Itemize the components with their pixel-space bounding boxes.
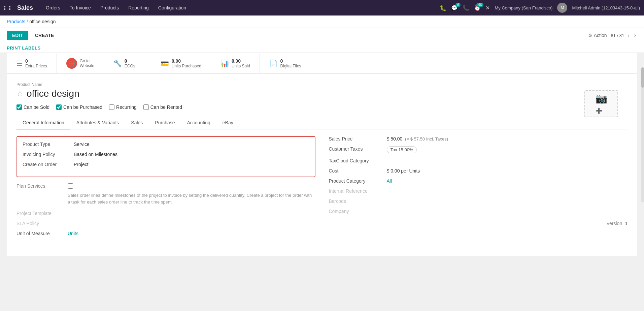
- company-row: Company: [329, 209, 628, 214]
- version-label: Version: [607, 221, 622, 226]
- sales-price-label: Sales Price: [329, 136, 383, 142]
- version-row: Version 1: [329, 221, 628, 226]
- tab-accounting[interactable]: Accounting: [181, 117, 216, 129]
- smart-btn-extra-prices[interactable]: ☰ 0 Extra Prices: [7, 54, 57, 73]
- menu-to-invoice[interactable]: To Invoice: [65, 0, 96, 15]
- plan-services-checkbox[interactable]: [68, 183, 73, 189]
- create-on-order-row: Create on Order Project: [23, 162, 309, 167]
- edit-button[interactable]: EDIT: [7, 31, 28, 40]
- product-category-value[interactable]: All: [387, 178, 392, 184]
- plan-services-label: Plan Services: [16, 183, 64, 189]
- product-name-row: ☆ office design: [16, 88, 628, 99]
- action-bar: EDIT CREATE ⚙ Action 81 / 81 ‹ ›: [0, 28, 644, 43]
- recurring-label: Recurring: [116, 104, 137, 110]
- project-template-row: Project Template: [16, 211, 315, 216]
- topnav-right-area: 🐛 💬 6 📞 ⏰ 46 ✕ My Company (San Francisco…: [440, 3, 640, 13]
- extra-prices-label: Extra Prices: [25, 64, 47, 68]
- phone-icon[interactable]: 📞: [463, 5, 469, 11]
- smart-btn-units-sold[interactable]: 📊 0.00 Units Sold: [211, 54, 260, 73]
- camera-icon: 📷 ➕: [596, 93, 607, 115]
- product-category-row: Product Category All: [329, 178, 628, 184]
- barcode-label: Barcode: [329, 198, 383, 204]
- left-panel: Product Type Service Invoicing Policy Ba…: [16, 136, 315, 241]
- unit-of-measure-row: Unit of Measure Units: [16, 231, 315, 236]
- can-be-purchased-label: Can be Purchased: [63, 104, 102, 110]
- tab-general[interactable]: General Information: [16, 117, 70, 129]
- scrollbar-thumb[interactable]: [641, 67, 644, 88]
- star-icon[interactable]: ☆: [16, 89, 23, 98]
- sla-policy-label: SLA Policy: [16, 221, 64, 226]
- right-panel: Sales Price $ 50.00 (= $ 57.50 Incl. Tax…: [329, 136, 628, 241]
- top-menu: Orders To Invoice Products Reporting Con…: [41, 0, 440, 15]
- extra-prices-count: 0: [25, 58, 47, 64]
- can-be-purchased-checkbox[interactable]: Can be Purchased: [56, 104, 102, 110]
- create-on-order-label: Create on Order: [23, 162, 70, 167]
- print-labels-button[interactable]: PRINT LABELS: [7, 45, 41, 51]
- smart-btn-website[interactable]: 🌐 Go toWebsite: [57, 53, 104, 73]
- can-be-rented-label: Can be Rented: [150, 104, 182, 110]
- unit-of-measure-value[interactable]: Units: [68, 231, 78, 236]
- website-label: Go toWebsite: [80, 59, 94, 68]
- smart-btn-digital-files[interactable]: 📄 0 Digital Files: [260, 54, 311, 73]
- settings-icon[interactable]: ✕: [485, 5, 490, 11]
- units-purchased-count: 0.00: [172, 58, 201, 64]
- scrollbar-track: [641, 67, 644, 202]
- tab-content: Product Type Service Invoicing Policy Ba…: [16, 129, 628, 248]
- product-title: office design: [27, 88, 79, 99]
- smart-btn-units-purchased[interactable]: 💳 0.00 Units Purchased: [151, 54, 211, 73]
- product-image[interactable]: 📷 ➕: [584, 90, 618, 117]
- ecos-count: 0: [125, 58, 135, 64]
- app-brand[interactable]: Sales: [17, 4, 33, 11]
- recurring-checkbox[interactable]: Recurring: [109, 104, 137, 110]
- breadcrumb-parent[interactable]: Products: [7, 19, 25, 24]
- debug-icon[interactable]: 🐛: [440, 5, 446, 11]
- taxcloud-category-label: TaxCloud Category: [329, 158, 383, 163]
- units-purchased-label: Units Purchased: [172, 64, 201, 68]
- tabs-row: General Information Attributes & Variant…: [16, 117, 628, 129]
- tab-sales[interactable]: Sales: [125, 117, 149, 129]
- cost-value: $ 0.00 per Units: [387, 168, 420, 174]
- tab-purchase[interactable]: Purchase: [149, 117, 181, 129]
- menu-reporting[interactable]: Reporting: [124, 0, 154, 15]
- smart-btn-ecos[interactable]: 🔧 0 ECOs: [104, 54, 151, 73]
- menu-orders[interactable]: Orders: [41, 0, 65, 15]
- product-name-label: Product Name: [16, 82, 628, 87]
- digital-files-label: Digital Files: [280, 64, 301, 68]
- cost-label: Cost: [329, 168, 383, 174]
- action-button[interactable]: ⚙ Action: [588, 33, 607, 38]
- menu-products[interactable]: Products: [96, 0, 124, 15]
- pagination-text: 81 / 81: [611, 33, 624, 38]
- print-bar: PRINT LABELS: [0, 43, 644, 53]
- user-name[interactable]: Mitchell Admin (12103443-15-0-all): [572, 5, 640, 10]
- chat-icon[interactable]: 💬 6: [451, 5, 458, 11]
- gear-icon: ⚙: [588, 33, 592, 38]
- sales-price-row: Sales Price $ 50.00 (= $ 57.50 Incl. Tax…: [329, 136, 628, 142]
- units-sold-count: 0.00: [232, 58, 250, 64]
- product-type-value: Service: [74, 142, 90, 147]
- create-button[interactable]: CREATE: [32, 31, 57, 40]
- file-icon: 📄: [269, 59, 278, 67]
- bottom-fields: Project Template SLA Policy Unit of Meas…: [16, 211, 315, 236]
- apps-menu-icon[interactable]: [4, 6, 13, 10]
- timer-badge: 46: [476, 3, 483, 7]
- tab-ebay[interactable]: eBay: [216, 117, 239, 129]
- invoicing-policy-label: Invoicing Policy: [23, 152, 70, 157]
- breadcrumb-current: office design: [29, 19, 56, 24]
- can-be-rented-checkbox[interactable]: Can be Rented: [143, 104, 182, 110]
- user-avatar[interactable]: M: [557, 3, 567, 13]
- description-text: Sales order lines define milestones of t…: [68, 192, 315, 205]
- customer-taxes-value[interactable]: Tax 15.00%: [387, 146, 417, 153]
- can-be-sold-checkbox[interactable]: Can be Sold: [16, 104, 49, 110]
- cost-row: Cost $ 0.00 per Units: [329, 168, 628, 174]
- invoicing-policy-value: Based on Milestones: [74, 152, 117, 157]
- tab-attributes[interactable]: Attributes & Variants: [70, 117, 125, 129]
- wrench-icon: 🔧: [113, 59, 122, 67]
- company-name[interactable]: My Company (San Francisco): [495, 5, 552, 10]
- next-button[interactable]: ›: [633, 32, 637, 39]
- digital-files-count: 0: [280, 58, 301, 64]
- prev-button[interactable]: ‹: [626, 32, 631, 39]
- timer-icon[interactable]: ⏰ 46: [474, 5, 481, 11]
- menu-configuration[interactable]: Configuration: [154, 0, 191, 15]
- customer-taxes-row: Customer Taxes Tax 15.00%: [329, 146, 628, 153]
- create-on-order-value: Project: [74, 162, 89, 167]
